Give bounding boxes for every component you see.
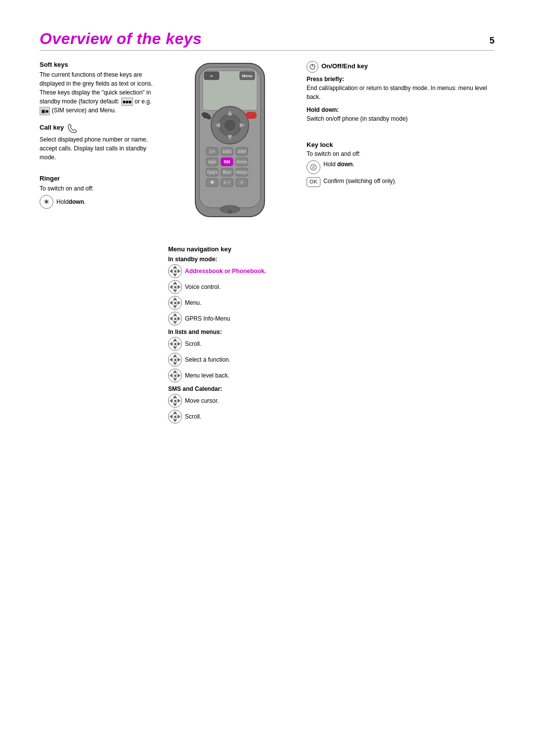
- key-lock-ok-row: OK Confirm (switching off only).: [307, 177, 494, 187]
- center-column: Menu ▪▪: [163, 61, 297, 425]
- soft-keys-section: Soft keys The current functions of these…: [40, 61, 153, 123]
- hash-icon: #: [307, 160, 320, 174]
- nav-row-cursor: Move cursor.: [168, 394, 297, 408]
- key-lock-body: To switch on and off:: [307, 150, 494, 157]
- svg-rect-15: [246, 112, 257, 119]
- svg-text:3def: 3def: [237, 149, 246, 154]
- ringer-icon: ✱: [40, 195, 53, 209]
- menu-text: Menu.: [185, 299, 201, 306]
- call-key-body: Select displayed phone number or name, a…: [40, 135, 153, 162]
- call-key-icon: [67, 123, 78, 134]
- nav-row-menu: Menu.: [168, 296, 297, 310]
- svg-text:9wxyz: 9wxyz: [235, 170, 248, 175]
- nav-row-addressbook: Addressbook or Phonebook.: [168, 264, 297, 278]
- nav-icon-7: [168, 369, 182, 382]
- svg-text:#: #: [312, 165, 315, 170]
- svg-text:1∞: 1∞: [209, 149, 215, 154]
- svg-text:#: #: [240, 180, 243, 185]
- key-lock-hold-text: Hold down.: [323, 160, 355, 169]
- soft-keys-body: The current functions of these keys are …: [40, 70, 153, 115]
- phone-svg: Menu ▪▪: [171, 61, 289, 239]
- nav-icon-5: [168, 337, 182, 351]
- menuback-text: Menu level back.: [185, 372, 229, 379]
- page-header: Overview of the keys 5: [40, 30, 494, 51]
- gprs-text: GPRS Info-Menu: [185, 315, 230, 322]
- nav-row-scroll1: Scroll.: [168, 337, 297, 351]
- svg-point-10: [225, 120, 235, 130]
- svg-text:5M: 5M: [224, 159, 230, 164]
- call-key-section: Call key Select displayed phone number o…: [40, 123, 153, 170]
- svg-text:6mno: 6mno: [236, 159, 248, 164]
- voice-text: Voice control.: [185, 284, 221, 290]
- svg-text:▪▪: ▪▪: [210, 74, 213, 78]
- soft-keys-title: Soft keys: [40, 61, 153, 68]
- menu-nav-section: Menu navigation key In standby mode: Add…: [163, 245, 297, 425]
- on-off-icon: [307, 61, 318, 73]
- nav-row-voice: Voice control.: [168, 280, 297, 294]
- in-lists-label: In lists and menus:: [168, 329, 297, 335]
- nav-row-gprs: GPRS Info-Menu: [168, 312, 297, 326]
- right-column: On/Off/End key Press briefly: End call/a…: [307, 61, 494, 425]
- on-off-body: Press briefly: End call/application or r…: [307, 75, 494, 123]
- scroll2-text: Scroll.: [185, 413, 201, 420]
- svg-text:8tuv: 8tuv: [222, 170, 231, 175]
- sms-calendar-label: SMS and Calendar:: [168, 385, 297, 392]
- svg-text:4ghi: 4ghi: [208, 159, 216, 164]
- nav-row-menuback: Menu level back.: [168, 369, 297, 382]
- nav-icon-9: [168, 410, 182, 424]
- nav-icon-6: [168, 353, 182, 367]
- ok-icon: OK: [307, 177, 320, 187]
- svg-text:Menu: Menu: [242, 74, 253, 78]
- key-lock-section: Key lock To switch on and off: # Hold do…: [307, 141, 494, 190]
- ringer-title: Ringer: [40, 175, 153, 182]
- page-title: Overview of the keys: [40, 30, 202, 48]
- nav-icon-4: [168, 312, 182, 326]
- on-off-section: On/Off/End key Press briefly: End call/a…: [307, 61, 494, 123]
- nav-icon-1: [168, 264, 182, 278]
- menu-nav-title: Menu navigation key: [168, 245, 297, 253]
- svg-text:✱: ✱: [210, 180, 214, 185]
- key-lock-title: Key lock: [307, 141, 494, 148]
- left-column: Soft keys The current functions of these…: [40, 61, 153, 425]
- cursor-text: Move cursor.: [185, 397, 219, 404]
- svg-text:✱: ✱: [44, 198, 49, 205]
- nav-icon-8: [168, 394, 182, 408]
- key-lock-confirm-text: Confirm (switching off only).: [323, 177, 397, 186]
- key-lock-hold-row: # Hold down.: [307, 160, 494, 174]
- select-text: Select a function.: [185, 356, 230, 363]
- on-off-title: On/Off/End key: [321, 62, 368, 70]
- ringer-item: ✱ Hold down.: [40, 195, 153, 209]
- ringer-section: Ringer To switch on and off: ✱ Hold down…: [40, 175, 153, 217]
- svg-text:7pqrs: 7pqrs: [207, 170, 218, 175]
- in-standby-label: In standby mode:: [168, 256, 297, 263]
- nav-row-select: Select a function.: [168, 353, 297, 367]
- call-key-title: Call key: [40, 124, 64, 131]
- addressbook-text: Addressbook or Phonebook.: [185, 268, 266, 275]
- page: Overview of the keys 5 Soft keys The cur…: [0, 0, 534, 756]
- nav-row-scroll2: Scroll.: [168, 410, 297, 424]
- nav-icon-3: [168, 296, 182, 310]
- nav-icon-2: [168, 280, 182, 294]
- svg-text:0 +: 0 +: [224, 180, 230, 185]
- svg-text:2abc: 2abc: [222, 149, 232, 154]
- scroll1-text: Scroll.: [185, 340, 201, 347]
- phone-illustration: Menu ▪▪: [171, 61, 289, 240]
- main-content: Soft keys The current functions of these…: [40, 61, 494, 425]
- svg-point-41: [228, 210, 232, 214]
- ringer-body: To switch on and off: ✱ Hold down.: [40, 184, 153, 209]
- page-number: 5: [490, 36, 494, 46]
